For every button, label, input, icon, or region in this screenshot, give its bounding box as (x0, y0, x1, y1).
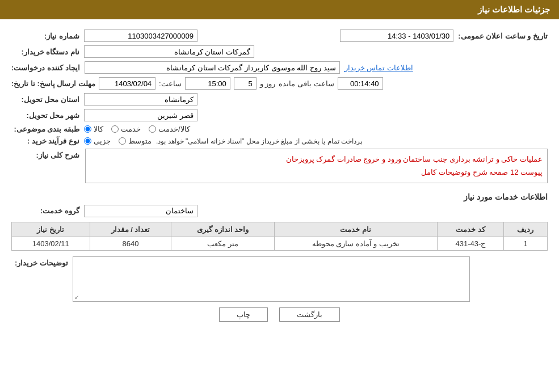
table-cell-name: تخریب و آماده سازی محوطه (274, 237, 437, 250)
category-option-service-goods[interactable]: کالا/خدمت (149, 125, 190, 133)
category-option-goods[interactable]: کالا (84, 125, 103, 133)
deadline-time-input[interactable] (185, 77, 230, 90)
purchase-type-medium[interactable]: متوسط (119, 137, 152, 145)
category-radio-service[interactable] (111, 125, 119, 133)
buyer-notes-section: ↙ توضیحات خریدار: (11, 256, 548, 302)
buttons-row: بازگشت چاپ (11, 307, 548, 322)
need-number-label: شماره نیاز: (11, 32, 79, 40)
print-button[interactable]: چاپ (219, 307, 268, 322)
deadline-label: مهلت ارسال پاسخ: تا تاریخ: (11, 79, 95, 88)
category-radio-group: کالا/خدمت خدمت کالا (84, 125, 190, 133)
city-label: شهر محل تحویل: (11, 111, 79, 120)
remaining-label: ساعت باقی مانده (279, 79, 334, 88)
table-cell-unit: متر مکعب (171, 237, 274, 250)
buyer-notes-label: توضیحات خریدار: (11, 256, 68, 267)
category-label-service-goods: کالا/خدمت (158, 125, 190, 133)
col-code: کد خدمت (437, 222, 503, 237)
table-cell-quantity: 8640 (90, 237, 171, 250)
page-header: جزئیات اطلاعات نیاز (0, 0, 559, 19)
purchase-type-label-medium: متوسط (128, 137, 152, 145)
announcement-date-label: تاریخ و ساعت اعلان عمومی: (458, 32, 548, 40)
purchase-type-minor[interactable]: جزیی (84, 137, 111, 145)
category-label: طبقه بندی موضوعی: (11, 125, 79, 133)
back-button[interactable]: بازگشت (279, 307, 340, 322)
col-unit: واحد اندازه گیری (171, 222, 274, 237)
purchase-type-label: نوع فرآیند خرید : (11, 137, 79, 145)
description-box: عملیات خاکی و ترانشه برداری جنب ساختمان … (85, 149, 548, 183)
category-radio-service-goods[interactable] (149, 125, 156, 133)
days-input[interactable] (234, 77, 257, 90)
table-cell-date: 1403/02/11 (12, 237, 90, 250)
col-row: ردیف (503, 222, 547, 237)
buyer-org-input[interactable] (84, 45, 254, 58)
services-table: ردیف کد خدمت نام خدمت واحد اندازه گیری ت… (11, 222, 548, 251)
description-label: شرح کلی نیاز: (36, 151, 79, 159)
col-name: نام خدمت (274, 222, 437, 237)
buyer-notes-box: ↙ (73, 256, 470, 302)
purchase-type-radio-minor[interactable] (84, 137, 91, 145)
purchase-type-label-minor: جزیی (94, 137, 111, 145)
province-input[interactable] (84, 93, 197, 106)
resize-handle[interactable]: ↙ (74, 294, 79, 300)
col-quantity: تعداد / مقدار (90, 222, 171, 237)
remaining-time-input[interactable] (338, 77, 383, 90)
description-line-2: پیوست 12 صفحه شرح وتوضیحات کامل (90, 166, 543, 179)
category-label-goods: کالا (94, 125, 103, 133)
table-row: 1ج-43-431تخریب و آماده سازی محوطهمتر مکع… (12, 237, 548, 250)
category-option-service[interactable]: خدمت (111, 125, 141, 133)
category-radio-goods[interactable] (84, 125, 91, 133)
service-group-label: گروه خدمت: (11, 206, 79, 215)
service-group-input[interactable] (84, 205, 197, 217)
services-section-title: اطلاعات خدمات مورد نیاز (11, 192, 548, 201)
deadline-time-label: ساعت: (159, 79, 182, 88)
requester-label: ایجاد کننده درخواست: (11, 64, 80, 72)
purchase-type-note: پرداخت تمام یا بخشی از مبلغ خریداز محل "… (156, 137, 362, 145)
table-cell-code: ج-43-431 (437, 237, 503, 250)
province-label: استان محل تحویل: (11, 95, 79, 104)
description-line-1: عملیات خاکی و ترانشه برداری جنب ساختمان … (90, 153, 543, 166)
purchase-type-radio-medium[interactable] (119, 137, 126, 145)
deadline-date-input[interactable] (99, 77, 155, 90)
requester-contact-link[interactable]: اطلاعات تماس خریدار (344, 64, 413, 72)
buyer-org-label: نام دستگاه خریدار: (11, 48, 79, 56)
purchase-type-radio-group: متوسط جزیی (84, 137, 152, 145)
category-label-service: خدمت (121, 125, 141, 133)
need-number-input[interactable] (84, 29, 197, 42)
table-cell-row: 1 (503, 237, 547, 250)
page-title: جزئیات اطلاعات نیاز (478, 5, 550, 14)
days-and-label: روز و (260, 79, 276, 88)
city-input[interactable] (84, 109, 197, 121)
col-date: تاریخ نیاز (12, 222, 90, 237)
requester-input[interactable] (85, 61, 340, 74)
announcement-date-input[interactable] (340, 29, 453, 42)
